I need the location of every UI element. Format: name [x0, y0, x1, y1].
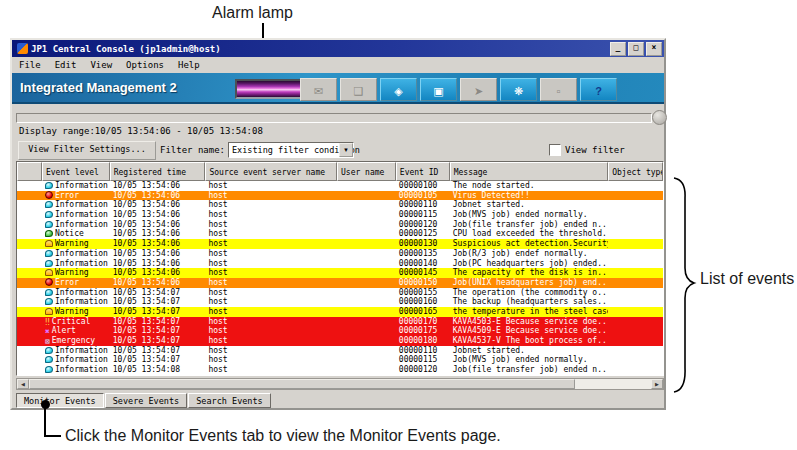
event-level-text: Information: [55, 210, 108, 219]
information-icon: [45, 356, 53, 363]
event-level-text: Information: [55, 249, 108, 258]
menu-options[interactable]: Options: [126, 60, 164, 70]
alarm-lamp[interactable]: [235, 79, 307, 99]
table-row[interactable]: Information10/05 13:54:07host00000115Job…: [17, 355, 663, 365]
warning-icon: [45, 269, 53, 276]
table-row[interactable]: ⊠Emergency10/05 13:54:07host00000180KAVA…: [17, 336, 663, 346]
table-row[interactable]: Information10/05 13:54:06host00000140Job…: [17, 259, 663, 269]
event-id-cell: 00000125: [396, 229, 450, 239]
event-id-cell: 00000150: [396, 278, 450, 288]
table-row[interactable]: Information10/05 13:54:06host00000115Job…: [17, 210, 663, 220]
title-bar: JP1 Central Console (jp1admin@host) _□×: [12, 40, 664, 57]
help-icon: ?: [595, 85, 602, 97]
message-cell: The node started.: [450, 181, 609, 191]
event-level-cell: ‼Critical: [42, 317, 110, 327]
column-header-event-id[interactable]: Event ID: [396, 162, 450, 181]
table-row[interactable]: Information10/05 13:54:07host00000110Job…: [17, 346, 663, 356]
scroll-left-icon[interactable]: ◀: [17, 379, 29, 389]
minimize-button[interactable]: _: [610, 42, 626, 56]
horizontal-scrollbar[interactable]: ◀ ▶: [16, 378, 664, 390]
emergency-icon: ⊠: [45, 337, 50, 346]
table-row[interactable]: Information10/05 13:54:08host00000120Job…: [17, 365, 663, 375]
print-icon: ❑: [354, 85, 364, 97]
monitor-tab-annotation-hline: [44, 435, 61, 437]
tab-search-events[interactable]: Search Events: [188, 393, 271, 408]
error-icon: [45, 278, 53, 286]
object-type-cell: [608, 229, 663, 239]
gem-button[interactable]: ◈: [380, 78, 417, 101]
table-row[interactable]: Warning10/05 13:54:07host00000165the tem…: [17, 307, 663, 317]
menu-file[interactable]: File: [19, 60, 41, 70]
table-row[interactable]: Information10/05 13:54:06host00000100The…: [17, 181, 663, 191]
event-table: Event levelRegistered timeSource event s…: [16, 161, 664, 376]
event-id-cell: 00000160: [396, 297, 450, 307]
maximize-button[interactable]: □: [628, 42, 644, 56]
window-button[interactable]: ▣: [420, 78, 457, 101]
filter-name-dropdown[interactable]: Existing filter condition ▼: [228, 142, 354, 158]
badge-button[interactable]: ❋: [500, 78, 537, 101]
row-select-cell: [17, 249, 42, 259]
user-name-cell: [337, 278, 396, 288]
menu-edit[interactable]: Edit: [55, 60, 77, 70]
table-row[interactable]: Notice10/05 13:54:06host00000125CPU load…: [17, 229, 663, 239]
event-level-cell: Information: [42, 288, 110, 298]
user-name-cell: [337, 317, 396, 327]
jp1-console-window: JP1 Central Console (jp1admin@host) _□× …: [10, 38, 666, 410]
message-cell: Job(R/3 job) endef normally.: [450, 249, 609, 259]
table-row[interactable]: Information10/05 13:54:06host00000120Job…: [17, 220, 663, 230]
table-row[interactable]: Information10/05 13:54:06host00000135Job…: [17, 249, 663, 259]
event-level-cell: Information: [42, 220, 110, 230]
close-button[interactable]: ×: [646, 42, 662, 56]
tab-severe-events[interactable]: Severe Events: [105, 393, 188, 408]
scrollbar-thumb[interactable]: [29, 379, 575, 389]
information-icon: [45, 250, 53, 257]
event-id-cell: 00000175: [396, 326, 450, 336]
column-header-event-level[interactable]: Event level: [42, 162, 110, 181]
table-row[interactable]: ✖Alert10/05 13:54:07host00000175KAVA4509…: [17, 326, 663, 336]
information-icon: [45, 366, 53, 373]
table-row[interactable]: Information10/05 13:54:06host00000110Job…: [17, 200, 663, 210]
message-cell: Jobnet started.: [450, 346, 609, 356]
user-name-cell: [337, 297, 396, 307]
information-icon: [45, 221, 53, 228]
view-filter-checkbox[interactable]: [549, 144, 561, 156]
event-level-cell: ✖Alert: [42, 326, 110, 336]
tag-button: ✉: [300, 78, 337, 101]
column-header-user-name[interactable]: User name: [337, 162, 396, 181]
column-header-registered-time[interactable]: Registered time: [110, 162, 206, 181]
event-level-cell: Information: [42, 210, 110, 220]
print-button: ❑: [340, 78, 377, 101]
event-level-cell: Information: [42, 259, 110, 269]
table-row[interactable]: Information10/05 13:54:07host00000155The…: [17, 288, 663, 298]
event-id-cell: 00000140: [396, 259, 450, 269]
user-name-cell: [337, 200, 396, 210]
object-type-cell: [608, 355, 663, 365]
table-row[interactable]: Warning10/05 13:54:06host00000145The cap…: [17, 268, 663, 278]
column-header-message[interactable]: Message: [450, 162, 609, 181]
event-id-cell: 00000115: [396, 210, 450, 220]
registered-time-cell: 10/05 13:54:07: [110, 288, 206, 298]
event-level-text: Information: [55, 355, 108, 364]
table-row[interactable]: Error10/05 13:54:06host00000150Job(UNIX …: [17, 278, 663, 288]
view-filter-settings-button[interactable]: View Filter Settings...: [18, 141, 156, 160]
menu-view[interactable]: View: [90, 60, 112, 70]
source-server-cell: host: [205, 200, 337, 210]
help-button[interactable]: ?: [580, 78, 617, 101]
badge-icon: ❋: [514, 85, 523, 97]
column-header-source-event-server-name[interactable]: Source event server name: [205, 162, 337, 181]
pane-knob[interactable]: [652, 110, 667, 125]
table-row[interactable]: Information10/05 13:54:07host00000160The…: [17, 297, 663, 307]
menu-help[interactable]: Help: [178, 60, 200, 70]
event-level-text: Information: [55, 288, 108, 297]
column-header-select[interactable]: [17, 162, 42, 181]
tab-monitor-events[interactable]: Monitor Events: [16, 393, 104, 408]
chevron-down-icon[interactable]: ▼: [339, 143, 353, 157]
scroll-right-icon[interactable]: ▶: [651, 379, 663, 389]
table-row[interactable]: Error10/05 13:54:06host00000105Virus Det…: [17, 191, 663, 201]
column-header-object-type[interactable]: Object type: [608, 162, 663, 181]
table-row[interactable]: ‼Critical10/05 13:54:07host00000170KAVA4…: [17, 317, 663, 327]
event-id-cell: 00000135: [396, 249, 450, 259]
object-type-cell: [608, 259, 663, 269]
information-icon: [45, 182, 53, 189]
table-row[interactable]: Warning10/05 13:54:06host00000130Suspici…: [17, 239, 663, 249]
